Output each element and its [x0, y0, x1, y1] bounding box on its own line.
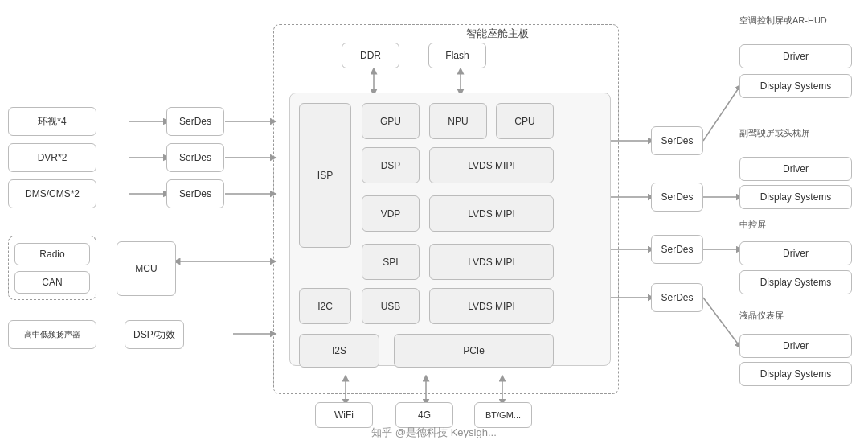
serdes-right-3: SerDes [651, 235, 703, 264]
serdes-left-2: SerDes [166, 143, 224, 172]
section4-display: Display Systems [739, 362, 852, 386]
board-label: 智能座舱主板 [466, 27, 529, 41]
camera-box-1: 环视*4 [8, 107, 96, 136]
lvds1-box: LVDS MIPI [429, 147, 554, 183]
lvds2-box: LVDS MIPI [429, 195, 554, 232]
serdes-left-3: SerDes [166, 179, 224, 208]
section2-driver: Driver [739, 157, 852, 181]
diagram: 环视*4 DVR*2 DMS/CMS*2 SerDes SerDes SerDe… [0, 0, 868, 444]
flash-box: Flash [428, 43, 486, 68]
section2-display: Display Systems [739, 185, 852, 209]
section4-driver: Driver [739, 334, 852, 358]
camera-box-3: DMS/CMS*2 [8, 179, 96, 208]
watermark: 知乎 @是德科技 Keysigh... [371, 426, 497, 440]
cpu-box: CPU [496, 103, 554, 139]
section1-display: Display Systems [739, 74, 852, 98]
section1-driver: Driver [739, 44, 852, 68]
serdes-right-4: SerDes [651, 283, 703, 312]
wifi-box: WiFi [315, 402, 373, 428]
4g-box: 4G [395, 402, 453, 428]
dsp-chip-box: DSP [362, 147, 420, 183]
mcu-box: MCU [117, 241, 176, 296]
vdp-box: VDP [362, 195, 420, 232]
gpu-box: GPU [362, 103, 420, 139]
camera-box-2: DVR*2 [8, 143, 96, 172]
section3-display: Display Systems [739, 270, 852, 294]
isp-box: ISP [299, 103, 351, 248]
section3-driver: Driver [739, 241, 852, 265]
can-box: CAN [14, 271, 90, 294]
section1-title: 空调控制屏或AR-HUD [739, 14, 827, 27]
lvds4-box: LVDS MIPI [429, 288, 554, 324]
serdes-right-1: SerDes [651, 126, 703, 155]
svg-line-18 [703, 87, 739, 141]
npu-box: NPU [429, 103, 487, 139]
lvds3-box: LVDS MIPI [429, 244, 554, 280]
ddr-box: DDR [342, 43, 399, 68]
serdes-left-1: SerDes [166, 107, 224, 136]
serdes-right-2: SerDes [651, 183, 703, 212]
spi-box: SPI [362, 244, 420, 280]
radio-box: Radio [14, 243, 90, 265]
usb-box: USB [362, 288, 420, 324]
bt-box: BT/GM... [474, 402, 532, 428]
section3-title: 中控屏 [739, 219, 766, 231]
i2s-box: I2S [299, 334, 379, 368]
i2c-box: I2C [299, 288, 351, 324]
section2-title: 副驾驶屏或头枕屏 [739, 127, 810, 139]
svg-line-21 [703, 298, 739, 346]
dsp-box: DSP/功效 [125, 320, 184, 349]
speaker-box: 高中低频扬声器 [8, 320, 96, 349]
pcie-box: PCIe [394, 334, 554, 368]
section4-title: 液晶仪表屏 [739, 310, 784, 322]
